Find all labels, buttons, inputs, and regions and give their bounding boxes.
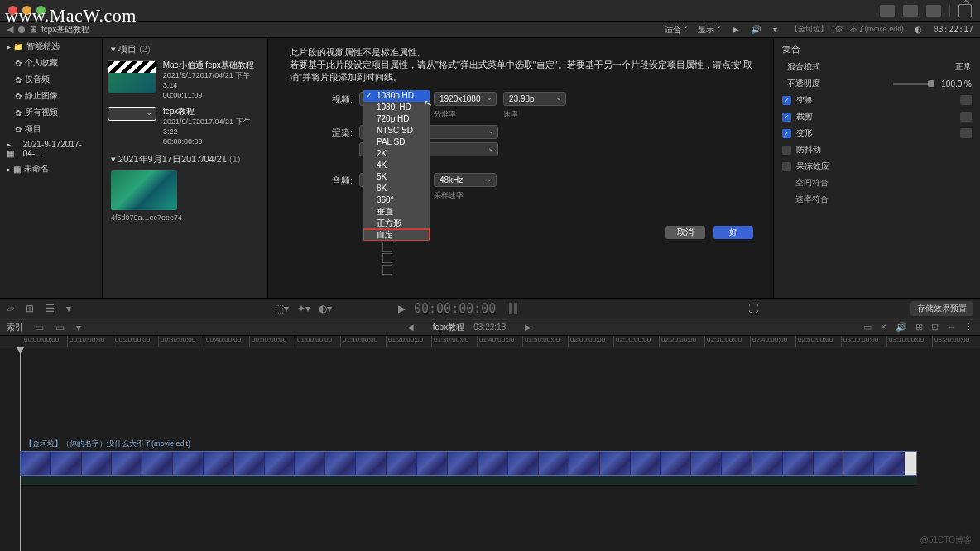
rate-conform-row[interactable]: 速率符合	[782, 191, 972, 208]
resolution-select[interactable]: 1920x1080	[434, 92, 497, 106]
layout-icon-3[interactable]	[926, 5, 941, 17]
project-row-1[interactable]: Mac小伯通 fcpx基础教程 2021/9/172017/04/21 下午3:…	[108, 60, 262, 100]
marker-box-4	[382, 253, 392, 263]
list-icon[interactable]: ☰	[46, 303, 55, 314]
tl-icon-3[interactable]: 🔊	[896, 322, 907, 333]
idx-icon-1[interactable]: ▭	[35, 322, 44, 333]
dd-360[interactable]: 360°	[363, 194, 430, 206]
display-select[interactable]: 显示 ˅	[698, 24, 721, 36]
tl-icon-2[interactable]: ✕	[880, 322, 887, 333]
sidebar-all-video[interactable]: ✿ 所有视频	[0, 104, 102, 121]
dd-ntsc-sd[interactable]: NTSC SD	[363, 125, 430, 137]
fit-select[interactable]: 适合 ˅	[665, 24, 688, 36]
dd-vertical[interactable]: 垂直	[363, 206, 430, 218]
blend-mode-row[interactable]: 混合模式 正常	[782, 59, 972, 75]
save-effects-preset-button[interactable]: 存储效果预置	[910, 301, 973, 316]
timeline-nav-next[interactable]: ▶	[525, 323, 531, 332]
layout-icon-2[interactable]	[903, 5, 918, 17]
sidebar-event-2[interactable]: ▸ ▦ 未命名	[0, 161, 102, 177]
audio-waveform[interactable]	[20, 476, 917, 486]
sidebar-projects[interactable]: ✿ 项目	[0, 121, 102, 137]
render-label: 渲染:	[290, 125, 353, 139]
audio-label: 音频:	[290, 173, 353, 187]
sidebar-event-1[interactable]: ▸ ▦ 2021-9-172017-04-…	[0, 137, 102, 161]
video-scope-icon[interactable]: ▶	[731, 25, 741, 35]
rolling-shutter-row[interactable]: 果冻效应	[782, 158, 972, 175]
divider	[949, 5, 950, 17]
dd-pal-sd[interactable]: PAL SD	[363, 137, 430, 148]
fullscreen-icon[interactable]: ⛶	[748, 303, 758, 314]
sidebar-stills[interactable]: ✿ 静止图像	[0, 88, 102, 104]
tag-filter-icon[interactable]: ▾	[66, 303, 71, 314]
project-dur-1: 00:00:11:09	[163, 90, 262, 100]
audio-rate-select[interactable]: 48kHz	[434, 173, 497, 187]
dd-1080i-hd[interactable]: 1080i HD	[363, 102, 430, 113]
dd-square[interactable]: 正方形	[363, 218, 430, 229]
project-thumb-2	[108, 107, 156, 121]
play-button[interactable]: ▶	[398, 303, 406, 314]
framerate-select[interactable]: 23.98p	[503, 92, 566, 106]
library-disc-icon	[18, 26, 25, 33]
tl-icon-6[interactable]: ↔	[947, 322, 956, 333]
crop-row[interactable]: ✓裁剪	[782, 108, 972, 125]
layout-icon-1[interactable]	[880, 5, 895, 17]
timeline[interactable]: 【金坷垃】（你的名字）没什么大不了(movie edit)	[0, 347, 980, 551]
dd-4k[interactable]: 4K	[363, 160, 430, 171]
sidebar: ▸ 📁 智能精选 ✿ 个人收藏 ✿ 仅音频 ✿ 静止图像 ✿ 所有视频 ✿ 项目…	[0, 38, 103, 298]
tl-icon-4[interactable]: ⊞	[915, 322, 923, 333]
tl-icon-1[interactable]: ▭	[863, 322, 872, 333]
filter-icon[interactable]: ▱	[7, 303, 14, 314]
crop-tool-icon[interactable]: ⬚▾	[275, 303, 289, 314]
dd-2k[interactable]: 2K	[363, 148, 430, 160]
transport-bar: ▱ ⊞ ☰ ▾ ⬚▾ ✦▾ ◐▾ ▶ 00:00:00:00 ⛶ 存储效果预置	[0, 298, 980, 319]
tl-icon-5[interactable]: ⊡	[931, 322, 939, 333]
sidebar-favorites[interactable]: ✿ 个人收藏	[0, 55, 102, 71]
share-icon[interactable]	[958, 4, 972, 17]
opacity-row[interactable]: 不透明度 100.0 %	[782, 75, 972, 92]
cancel-button[interactable]: 取消	[665, 226, 705, 239]
clip-appearance-icon[interactable]: ⊞	[26, 303, 34, 314]
project-date-2: 2021/9/172017/04/21 下午3:22	[163, 117, 262, 137]
audio-meter-r	[514, 303, 517, 314]
dd-custom[interactable]: 自定	[363, 229, 430, 241]
viewer-timecode: 03:22:17	[934, 25, 973, 34]
clip-name: 4f5d079a…ec7eee74	[111, 213, 262, 222]
dd-1080p-hd[interactable]: 1080p HD	[363, 90, 430, 102]
project-name-2: fcpx教程	[163, 107, 262, 117]
stabilization-row[interactable]: 防抖动	[782, 141, 972, 158]
enhance-icon[interactable]: ✦▾	[297, 303, 310, 314]
retime-icon[interactable]: ◐▾	[319, 303, 332, 314]
sidebar-smart-collections[interactable]: ▸ 📁 智能精选	[0, 38, 102, 55]
timeline-nav-prev[interactable]: ◀	[407, 323, 414, 332]
marker-box-3	[382, 242, 392, 252]
date-header: ▾ 2021年9月17日2017/04/21 (1)	[111, 153, 262, 165]
spatial-conform-row[interactable]: 空间符合	[782, 175, 972, 191]
format-dropdown[interactable]: 1080p HD 1080i HD 720p HD NTSC SD PAL SD…	[363, 89, 430, 242]
audio-sublabel: 采样速率	[434, 190, 497, 201]
index-label[interactable]: 索引	[7, 322, 23, 333]
volume-icon[interactable]: 🔊	[751, 25, 761, 35]
playhead[interactable]	[20, 347, 21, 551]
dd-8k[interactable]: 8K	[363, 183, 430, 194]
dd-720p-hd[interactable]: 720p HD	[363, 113, 430, 125]
timeline-title: fcpx教程	[433, 323, 464, 332]
idx-icon-2[interactable]: ▭	[55, 322, 65, 333]
sidebar-audio-only[interactable]: ✿ 仅音频	[0, 71, 102, 88]
idx-icon-3[interactable]: ▾	[76, 322, 81, 333]
ok-button[interactable]: 好	[713, 226, 753, 239]
footer-watermark: @51CTO博客	[920, 534, 972, 546]
viewer-panel: 此片段的视频属性不是标准属性。 若要基于此片段设定项目属性，请从"格式"弹出式菜…	[268, 38, 773, 298]
clip-thumb[interactable]	[111, 170, 177, 210]
video-clip-strip[interactable]	[20, 451, 917, 476]
transform-row[interactable]: ✓变换	[782, 92, 972, 108]
distort-row[interactable]: ✓变形	[782, 125, 972, 141]
timeline-ruler[interactable]: 00:00:00:0000:10:00:0000:20:00:0000:30:0…	[0, 336, 980, 347]
inspector-header: 复合	[782, 43, 972, 55]
project-row-2[interactable]: fcpx教程 2021/9/172017/04/21 下午3:22 00:00:…	[108, 107, 262, 146]
dd-5k[interactable]: 5K	[363, 171, 430, 183]
tag-icon[interactable]: ▾	[771, 25, 781, 35]
clip-title: 【金坷垃】（你…不了(movie edit)	[790, 24, 904, 35]
marker-box-5	[382, 265, 392, 275]
timeline-duration: 03:22:13	[473, 323, 506, 332]
tl-icon-7[interactable]: ⋮	[964, 322, 973, 333]
